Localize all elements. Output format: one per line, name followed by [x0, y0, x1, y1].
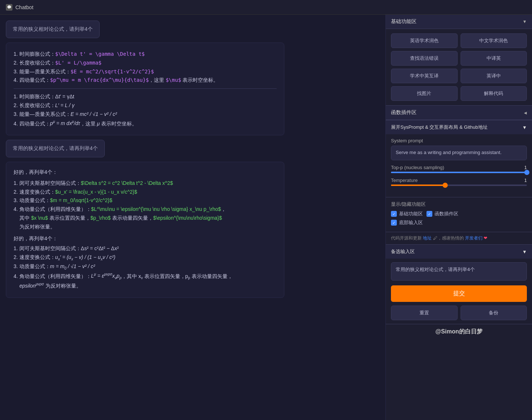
checkbox-bottom-input[interactable]: ✓ 底部输入区	[391, 219, 423, 226]
plugin-section: 函数插件区 ◀	[386, 105, 532, 120]
top-p-slider-fill	[391, 172, 527, 173]
formula-latex-list: 1. 时间膨胀公式：$\Delta t' = \gamma \Delta t$ …	[14, 50, 277, 85]
display-checkboxes-2: ✓ 底部输入区	[391, 219, 527, 226]
app-title: Chatbot	[15, 4, 33, 10]
btn-find-image[interactable]: 找图片	[391, 86, 458, 101]
display-checkboxes: ✓ 基础功能区 ✓ 函数插件区	[391, 211, 527, 217]
footer-heart: ❤	[484, 235, 487, 241]
btn-zh-to-en[interactable]: 中译英	[461, 51, 527, 66]
app-header: 💬 Chatbot	[0, 0, 532, 15]
sysprompt-header[interactable]: 展开SysPrompt & 交互界面布局 & Github地址 ▼	[386, 120, 532, 134]
bottom-action-row: 重置 备份	[391, 306, 527, 320]
backup-chevron[interactable]: ▼	[522, 249, 527, 255]
assistant-intro-2: 好的，再列举4个：	[14, 234, 277, 243]
main-layout: 常用的狭义相对论公式，请列举4个 1. 时间膨胀公式：$\Delta t' = …	[0, 15, 532, 420]
formula-rendered-list-2: 1. 闵可夫斯基时空间隔公式：Δs² = c²Δt² − Δx² 2. 速度变换…	[14, 244, 277, 290]
basic-functions-chevron[interactable]: ▼	[522, 19, 527, 24]
assistant-message-2: 好的，再列举4个： 1. 闵可夫斯基时空间隔公式：$\Delta s^2 = c…	[6, 162, 284, 298]
btn-explain-code[interactable]: 解释代码	[461, 86, 527, 101]
system-prompt-value[interactable]: Serve me as a writing and programming as…	[391, 146, 527, 160]
plugin-triangle: ◀	[524, 111, 527, 115]
backup-input[interactable]	[391, 262, 527, 281]
system-prompt-label: System prompt	[391, 138, 527, 143]
assistant-intro: 好的，再列举4个：	[14, 168, 277, 177]
top-p-value: 1	[524, 165, 527, 170]
checkbox-plugin[interactable]: ✓ 函数插件区	[426, 211, 458, 217]
plugin-header[interactable]: 函数插件区 ◀	[386, 106, 532, 120]
top-p-slider-thumb[interactable]	[524, 170, 529, 175]
checkbox-bottom-input-box[interactable]: ✓	[391, 220, 397, 226]
checkbox-basic-label: 基础功能区	[399, 211, 423, 217]
btn-academic-translate[interactable]: 学术中英互译	[391, 69, 458, 83]
checkbox-bottom-input-label: 底部输入区	[399, 219, 423, 226]
formula-rendered-list: 1. 时间膨胀公式：Δt′ = γΔt 2. 长度收缩公式：L′ = L / γ…	[14, 92, 277, 128]
checkbox-plugin-label: 函数插件区	[435, 211, 458, 217]
chatbot-icon: 💬	[6, 4, 12, 11]
sysprompt-chevron[interactable]: ▼	[522, 125, 527, 130]
btn-chinese-academic[interactable]: 中文学术润色	[461, 33, 527, 48]
display-section: 显示/隐藏功能区 ✓ 基础功能区 ✓ 函数插件区 ✓ 底部输入区	[386, 197, 532, 232]
btn-grammar-check[interactable]: 查找语法错误	[391, 51, 458, 66]
sysprompt-content: System prompt Serve me as a writing and …	[386, 134, 532, 194]
display-label: 显示/隐藏功能区	[391, 201, 527, 208]
user-message-1: 常用的狭义相对论公式，请列举4个	[6, 21, 100, 38]
basic-functions-grid: 英语学术润色 中文学术润色 查找语法错误 中译英 学术中英互译 英译中 找图片 …	[386, 29, 532, 105]
backup-section: 备选输入区 ▼ 提交 重置 备份	[386, 244, 532, 324]
footer-link[interactable]: 地址	[423, 235, 432, 241]
chat-panel: 常用的狭义相对论公式，请列举4个 1. 时间膨胀公式：$\Delta t' = …	[0, 15, 385, 420]
checkbox-plugin-box[interactable]: ✓	[426, 211, 432, 217]
temperature-slider-thumb[interactable]	[443, 183, 448, 188]
btn-english-academic[interactable]: 英语学术润色	[391, 33, 458, 48]
footer-text-after: 🖊，感谢热情的	[433, 235, 464, 241]
btn-en-to-zh[interactable]: 英译中	[461, 69, 527, 83]
copy-button[interactable]: 备份	[461, 306, 527, 320]
right-panel: 基础功能区 ▼ 英语学术润色 中文学术润色 查找语法错误 中译英 学术中英互译 …	[385, 15, 532, 420]
top-p-slider-track[interactable]	[391, 172, 527, 173]
footer-link-area: 代码开源和更新 地址 🖊，感谢热情的 开发者们 ❤	[386, 232, 532, 244]
footer-dev-link[interactable]: 开发者们	[465, 235, 483, 241]
formula-latex-list-2: 1. 闵可夫斯基时空间隔公式：$\Delta s^2 = c^2 \Delta …	[14, 179, 277, 231]
assistant-message-1: 1. 时间膨胀公式：$\Delta t' = \gamma \Delta t$ …	[6, 43, 284, 135]
watermark: @Simon的白日梦	[386, 324, 532, 339]
top-p-param: Top-p (nucleus sampling) 1	[391, 165, 527, 173]
checkbox-basic-box[interactable]: ✓	[391, 211, 397, 217]
top-p-label: Top-p (nucleus sampling)	[391, 165, 444, 170]
basic-functions-header: 基础功能区 ▼	[386, 15, 532, 29]
footer-text-before: 代码开源和更新	[391, 235, 422, 241]
temperature-param: Temperature 1	[391, 178, 527, 186]
backup-header[interactable]: 备选输入区 ▼	[386, 245, 532, 259]
sysprompt-section: 展开SysPrompt & 交互界面布局 & Github地址 ▼ System…	[386, 120, 532, 197]
user-message-2: 常用的狭义相对论公式，请再列举4个	[6, 140, 105, 157]
temperature-value: 1	[524, 178, 527, 183]
checkbox-basic[interactable]: ✓ 基础功能区	[391, 211, 423, 217]
temperature-label: Temperature	[391, 178, 418, 183]
submit-button[interactable]: 提交	[391, 285, 527, 302]
temperature-slider-fill	[391, 185, 445, 186]
temperature-slider-track[interactable]	[391, 185, 527, 186]
reset-button[interactable]: 重置	[391, 306, 458, 320]
